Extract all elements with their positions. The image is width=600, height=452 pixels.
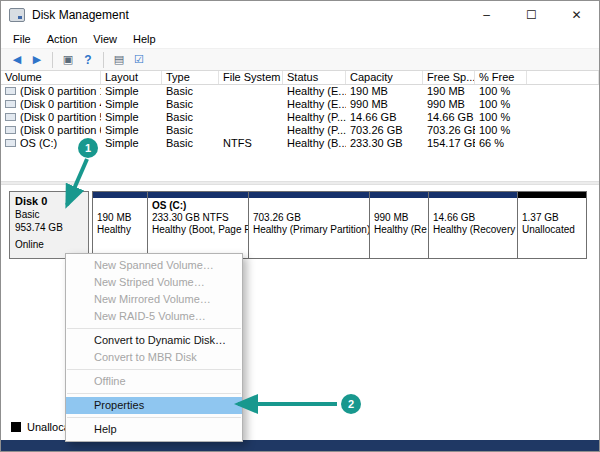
partition-size: 14.66 GB bbox=[433, 212, 513, 224]
partition-status: Healthy bbox=[97, 224, 143, 236]
partition-title bbox=[374, 200, 424, 212]
partition-size: 703.26 GB bbox=[253, 212, 365, 224]
volume-type: Basic bbox=[162, 124, 219, 137]
partition-status: Healthy (Recovery bbox=[433, 224, 513, 236]
partition-size: 233.30 GB NTFS bbox=[152, 212, 244, 224]
volume-free: 190 MB bbox=[423, 85, 475, 98]
volume-free: 14.66 GB bbox=[423, 111, 475, 124]
back-icon[interactable]: ◀ bbox=[7, 51, 27, 69]
partition-title bbox=[253, 200, 365, 212]
column-header-free-space[interactable]: Free Sp... bbox=[423, 71, 475, 84]
column-header-volume[interactable]: Volume bbox=[1, 71, 101, 84]
partition-size: 990 MB bbox=[374, 212, 424, 224]
partition-size: 190 MB bbox=[97, 212, 143, 224]
menu-item-new-raid5-volume: New RAID-5 Volume… bbox=[66, 308, 242, 325]
partitions-strip: 190 MB Healthy OS (C:) 233.30 GB NTFS He… bbox=[92, 191, 587, 259]
volume-name: OS (C:) bbox=[20, 137, 57, 149]
volume-row[interactable]: (Disk 0 partition 4) Simple Basic Health… bbox=[1, 98, 599, 111]
menu-item-new-striped-volume: New Striped Volume… bbox=[66, 274, 242, 291]
partition-block[interactable]: 14.66 GB Healthy (Recovery bbox=[428, 191, 518, 259]
volume-capacity: 703.26 GB bbox=[346, 124, 423, 137]
volume-status: Healthy (B... bbox=[283, 137, 346, 150]
volume-icon bbox=[5, 87, 16, 95]
check-icon[interactable]: ☑ bbox=[129, 51, 149, 69]
menu-item-new-mirrored-volume: New Mirrored Volume… bbox=[66, 291, 242, 308]
volume-type: Basic bbox=[162, 98, 219, 111]
volume-pct-free: 100 % bbox=[475, 85, 527, 98]
volume-fs: NTFS bbox=[219, 137, 283, 150]
forward-icon[interactable]: ▶ bbox=[27, 51, 47, 69]
partition-block[interactable]: 190 MB Healthy bbox=[92, 191, 148, 259]
volume-row[interactable]: (Disk 0 partition 5) Simple Basic Health… bbox=[1, 111, 599, 124]
help-icon[interactable]: ? bbox=[78, 51, 98, 69]
console-window-icon[interactable]: ▣ bbox=[58, 51, 78, 69]
maximize-button[interactable]: ☐ bbox=[509, 1, 554, 29]
volume-status: Healthy (E... bbox=[283, 98, 346, 111]
volume-layout: Simple bbox=[101, 137, 162, 150]
menu-separator bbox=[67, 417, 241, 418]
menu-item-new-spanned-volume: New Spanned Volume… bbox=[66, 257, 242, 274]
volume-name: (Disk 0 partition 4) bbox=[20, 98, 101, 110]
volume-free: 154.17 GB bbox=[423, 137, 475, 150]
volume-name: (Disk 0 partition 1) bbox=[20, 85, 101, 97]
volume-fs bbox=[219, 98, 283, 111]
volume-fs bbox=[219, 85, 283, 98]
minimize-button[interactable]: – bbox=[464, 1, 509, 29]
menu-separator bbox=[67, 393, 241, 394]
volume-capacity: 990 MB bbox=[346, 98, 423, 111]
partition-block-unallocated[interactable]: 1.37 GB Unallocated bbox=[517, 191, 587, 259]
volume-layout: Simple bbox=[101, 124, 162, 137]
menu-item-properties[interactable]: Properties bbox=[66, 397, 242, 414]
menu-item-offline: Offline bbox=[66, 373, 242, 390]
volume-layout: Simple bbox=[101, 98, 162, 111]
volume-status: Healthy (E... bbox=[283, 85, 346, 98]
partition-title bbox=[433, 200, 513, 212]
volume-capacity: 190 MB bbox=[346, 85, 423, 98]
menu-view[interactable]: View bbox=[85, 31, 125, 47]
menu-item-help[interactable]: Help bbox=[66, 421, 242, 438]
table-header-row: Volume Layout Type File System Status Ca… bbox=[1, 71, 599, 85]
partition-block-os-c[interactable]: OS (C:) 233.30 GB NTFS Healthy (Boot, Pa… bbox=[147, 191, 249, 259]
volume-layout: Simple bbox=[101, 111, 162, 124]
menu-separator bbox=[67, 369, 241, 370]
context-menu: New Spanned Volume… New Striped Volume… … bbox=[65, 253, 243, 442]
column-header-type[interactable]: Type bbox=[162, 71, 219, 84]
menu-item-convert-to-mbr-disk: Convert to MBR Disk bbox=[66, 349, 242, 366]
column-header-layout[interactable]: Layout bbox=[101, 71, 162, 84]
menu-file[interactable]: File bbox=[5, 31, 39, 47]
partition-status: Healthy (Boot, Page File bbox=[152, 224, 244, 236]
volume-row[interactable]: (Disk 0 partition 1) Simple Basic Health… bbox=[1, 85, 599, 98]
unallocated-swatch bbox=[11, 422, 21, 432]
disk0-row: Disk 0 Basic 953.74 GB Online 190 MB Hea… bbox=[9, 191, 587, 259]
volume-type: Basic bbox=[162, 85, 219, 98]
menu-action[interactable]: Action bbox=[39, 31, 86, 47]
volume-layout: Simple bbox=[101, 85, 162, 98]
disk-management-window: Disk Management – ☐ ✕ File Action View H… bbox=[0, 0, 600, 452]
menu-bar: File Action View Help bbox=[1, 29, 599, 49]
volume-name: (Disk 0 partition 5) bbox=[20, 111, 101, 123]
partition-status: Unallocated bbox=[522, 224, 582, 236]
volume-row[interactable]: OS (C:) Simple Basic NTFS Healthy (B... … bbox=[1, 137, 599, 150]
volume-icon bbox=[5, 139, 16, 147]
volume-pct-free: 100 % bbox=[475, 98, 527, 111]
menu-help[interactable]: Help bbox=[125, 31, 164, 47]
volume-pct-free: 66 % bbox=[475, 137, 527, 150]
column-header-capacity[interactable]: Capacity bbox=[346, 71, 423, 84]
disk-status: Online bbox=[15, 238, 83, 251]
disk-size: 953.74 GB bbox=[15, 221, 83, 234]
volume-status: Healthy (P... bbox=[283, 124, 346, 137]
column-header-pct-free[interactable]: % Free bbox=[475, 71, 527, 84]
partition-block[interactable]: 990 MB Healthy (Re bbox=[369, 191, 429, 259]
volume-row[interactable]: (Disk 0 partition 6) Simple Basic Health… bbox=[1, 124, 599, 137]
volume-status: Healthy (P... bbox=[283, 111, 346, 124]
volume-fs bbox=[219, 111, 283, 124]
volume-list-pane: Volume Layout Type File System Status Ca… bbox=[1, 71, 599, 181]
volume-icon bbox=[5, 126, 16, 134]
properties-icon[interactable]: ▤ bbox=[109, 51, 129, 69]
column-header-file-system[interactable]: File System bbox=[219, 71, 283, 84]
column-header-status[interactable]: Status bbox=[283, 71, 346, 84]
partition-block[interactable]: 703.26 GB Healthy (Primary Partition) bbox=[248, 191, 370, 259]
close-button[interactable]: ✕ bbox=[554, 1, 599, 29]
disk0-label[interactable]: Disk 0 Basic 953.74 GB Online bbox=[9, 191, 89, 259]
menu-item-convert-to-dynamic-disk[interactable]: Convert to Dynamic Disk… bbox=[66, 332, 242, 349]
